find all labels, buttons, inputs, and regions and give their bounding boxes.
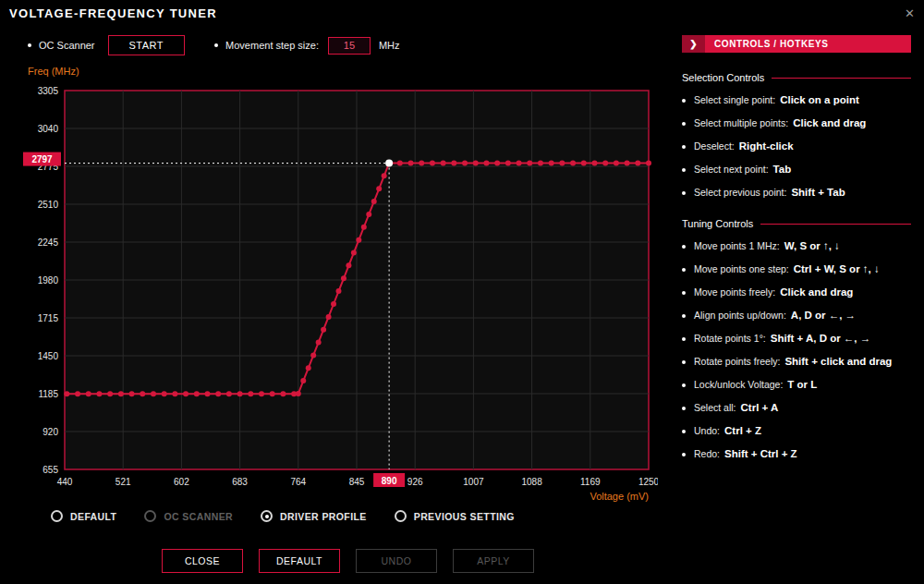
vf-point[interactable] [559, 161, 565, 166]
bullet-icon [682, 268, 686, 272]
vf-point[interactable] [366, 212, 371, 217]
x-tick-label: 1088 [521, 477, 542, 487]
vf-point[interactable] [382, 173, 387, 178]
vf-point[interactable] [635, 161, 640, 166]
hotkey-value: Tab [773, 164, 792, 176]
vf-point[interactable] [140, 391, 145, 396]
hotkeys-sections: Selection ControlsSelect single point:Cl… [682, 72, 911, 460]
vf-point[interactable] [419, 161, 424, 166]
vf-point[interactable] [204, 391, 210, 396]
vf-point[interactable] [107, 391, 113, 396]
vf-point[interactable] [581, 161, 587, 166]
vf-point[interactable] [397, 161, 403, 166]
vf-point[interactable] [248, 391, 253, 396]
profile-radio-previous-setting[interactable]: PREVIOUS SETTING [395, 510, 515, 522]
start-button[interactable]: START [108, 35, 186, 55]
vf-point[interactable] [494, 161, 500, 166]
vf-point[interactable] [151, 391, 156, 396]
vf-point[interactable] [296, 391, 301, 396]
vf-point[interactable] [226, 391, 232, 396]
vf-point[interactable] [430, 161, 435, 166]
hotkey-value: Click and drag [780, 286, 853, 298]
vf-point[interactable] [371, 199, 377, 204]
vf-point[interactable] [341, 275, 346, 281]
section-title: Selection Controls [682, 72, 764, 83]
vf-chart[interactable]: 4405216026837648459261007108811691250655… [18, 81, 658, 499]
y-tick-label: 1185 [38, 389, 58, 399]
vf-point[interactable] [505, 161, 511, 166]
vf-point[interactable] [462, 161, 468, 166]
vf-point[interactable] [129, 391, 135, 396]
vf-point[interactable] [118, 391, 124, 396]
vf-point[interactable] [441, 161, 446, 166]
vf-point[interactable] [376, 186, 382, 191]
vf-point[interactable] [183, 391, 188, 396]
x-tick-label: 1007 [463, 477, 484, 487]
vf-point[interactable] [316, 340, 322, 346]
vf-point[interactable] [538, 161, 543, 166]
vf-point[interactable] [326, 314, 332, 320]
vf-point[interactable] [270, 391, 275, 396]
hotkey-label: Select single point: [694, 94, 775, 106]
hotkey-label: Align points up/down: [694, 310, 786, 322]
step-size-input[interactable] [328, 37, 371, 55]
radio-icon [51, 510, 63, 522]
vf-point[interactable] [549, 161, 554, 166]
vf-point[interactable] [237, 391, 243, 396]
vf-point[interactable] [321, 327, 326, 333]
vf-point[interactable] [64, 391, 69, 396]
profile-radio-driver-profile[interactable]: DRIVER PROFILE [261, 510, 367, 522]
vf-point[interactable] [331, 301, 336, 307]
vf-point[interactable] [591, 161, 597, 166]
close-icon[interactable]: ✕ [905, 7, 915, 19]
vf-point[interactable] [194, 391, 200, 396]
vf-point[interactable] [614, 161, 619, 166]
vf-point[interactable] [75, 391, 80, 396]
vf-tuner-window: { "window": { "title": "VOLTAGE-FREQUENC… [0, 0, 924, 584]
profile-radio-oc-scanner: OC SCANNER [144, 510, 233, 522]
vf-point[interactable] [451, 161, 456, 166]
hotkey-item: Rotate points freely:Shift + click and d… [682, 356, 911, 368]
vf-point[interactable] [300, 378, 306, 383]
vf-point[interactable] [356, 237, 361, 243]
section-header: Tuning Controls [682, 218, 911, 229]
vf-point[interactable] [351, 250, 357, 256]
bullet-icon [682, 383, 686, 387]
hotkey-value: Ctrl + W, S or ↑, ↓ [794, 263, 880, 275]
vf-point[interactable] [473, 161, 479, 166]
hotkey-item: Move points one step:Ctrl + W, S or ↑, ↓ [682, 263, 911, 275]
vf-point[interactable] [646, 161, 651, 166]
hotkey-value: T or L [787, 379, 817, 391]
radio-selected-icon [261, 510, 273, 522]
default-button[interactable]: DEFAULT [259, 549, 340, 573]
close-button[interactable]: CLOSE [162, 549, 243, 573]
x-value-badge-label: 890 [382, 476, 397, 486]
vf-point[interactable] [361, 225, 367, 230]
section-header: Selection Controls [682, 72, 911, 83]
selected-point[interactable] [385, 160, 393, 167]
x-tick-label: 521 [116, 477, 131, 487]
vf-point[interactable] [215, 391, 221, 396]
vf-point[interactable] [86, 391, 91, 396]
vf-point[interactable] [335, 288, 341, 294]
vf-point[interactable] [527, 161, 532, 166]
vf-point[interactable] [625, 161, 630, 166]
vf-point[interactable] [346, 262, 351, 268]
vf-point[interactable] [96, 391, 102, 396]
vf-point[interactable] [517, 161, 522, 166]
vf-point[interactable] [408, 161, 414, 166]
vf-point[interactable] [162, 391, 167, 396]
vf-point[interactable] [306, 365, 311, 371]
hotkeys-header[interactable]: ❯ CONTROLS / HOTKEYS [682, 35, 911, 53]
vf-point[interactable] [310, 352, 316, 358]
hotkey-value: W, S or ↑, ↓ [784, 240, 840, 252]
vf-point[interactable] [259, 391, 264, 396]
profile-radio-default[interactable]: DEFAULT [51, 510, 116, 522]
vf-point[interactable] [172, 391, 177, 396]
vf-point[interactable] [483, 161, 489, 166]
bullet-icon [682, 453, 686, 456]
vf-point[interactable] [602, 161, 608, 166]
vf-point[interactable] [280, 391, 286, 396]
bullet-icon [682, 360, 686, 364]
vf-point[interactable] [570, 161, 576, 166]
